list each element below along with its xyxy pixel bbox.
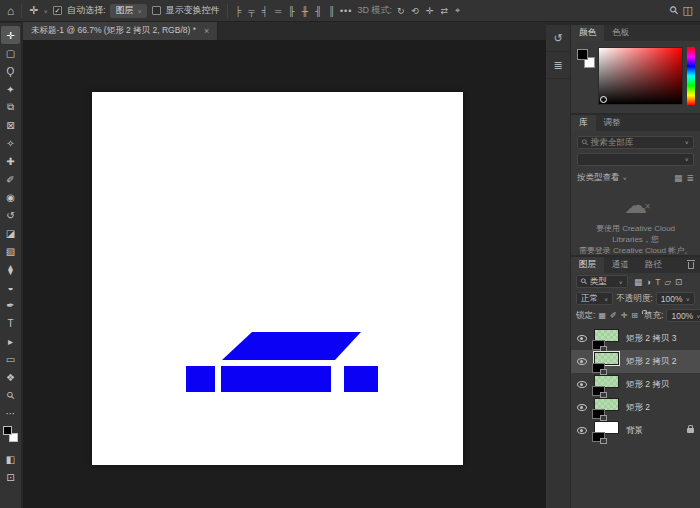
filter-adjustment-icon[interactable]: ◑: [646, 277, 651, 287]
search-icon[interactable]: ⚲: [666, 3, 681, 18]
distribute-vertical-icon[interactable]: ║: [329, 6, 335, 16]
layer-thumbnail[interactable]: [593, 375, 620, 395]
marquee-tool[interactable]: ▢: [1, 44, 20, 62]
dodge-tool[interactable]: ◒: [1, 278, 20, 296]
align-left-edges-icon[interactable]: ╞: [235, 6, 241, 16]
filter-kind-dropdown[interactable]: ⚲ 类型 ∨: [576, 275, 628, 288]
history-panel-icon[interactable]: ↺: [546, 25, 570, 52]
grid-view-icon[interactable]: ▦: [674, 173, 683, 183]
filter-type-icon[interactable]: T: [655, 277, 660, 287]
workspace-switcher-icon[interactable]: ◫: [683, 4, 693, 17]
tab-swatches[interactable]: 色板: [604, 25, 637, 41]
visibility-eye-icon[interactable]: [577, 358, 587, 365]
hue-slider[interactable]: [687, 47, 695, 105]
fill-dropdown[interactable]: 100% ∨: [666, 309, 700, 322]
filter-smart-object-icon[interactable]: ⊡: [675, 277, 682, 287]
edit-toolbar-icon[interactable]: ⋯: [1, 404, 20, 422]
tool-preset-caret-icon[interactable]: ∨: [43, 8, 47, 14]
lasso-tool[interactable]: Ϙ: [1, 62, 20, 80]
artboard[interactable]: [92, 92, 463, 465]
foreground-background-swatches[interactable]: [576, 47, 598, 73]
show-transform-checkbox[interactable]: [152, 6, 161, 15]
lock-paint-icon[interactable]: ✐: [610, 311, 617, 320]
blur-tool[interactable]: ⧫: [1, 260, 20, 278]
tab-color[interactable]: 颜色: [571, 25, 604, 41]
tab-libraries[interactable]: 库: [571, 115, 596, 131]
library-select-dropdown[interactable]: ∨: [577, 153, 694, 166]
tab-layers[interactable]: 图层: [571, 257, 604, 273]
foreground-background-swatches[interactable]: [2, 425, 20, 447]
lock-transparency-icon[interactable]: ▦: [598, 311, 606, 320]
layer-thumbnail[interactable]: [593, 421, 620, 441]
lock-position-icon[interactable]: ✛: [621, 311, 628, 320]
screen-mode-icon[interactable]: ⊡: [1, 468, 20, 486]
opacity-dropdown[interactable]: 100% ∨: [656, 292, 695, 305]
list-view-icon[interactable]: ≣: [686, 173, 694, 183]
visibility-eye-icon[interactable]: [577, 381, 587, 388]
visibility-eye-icon[interactable]: [577, 427, 587, 434]
visibility-eye-icon[interactable]: [577, 335, 587, 342]
crop-tool[interactable]: ⧉: [1, 98, 20, 116]
layer-thumbnail[interactable]: [593, 352, 620, 372]
canvas-pasteboard[interactable]: [23, 40, 546, 508]
vector-mask-thumbnail[interactable]: [592, 340, 605, 350]
shape-rect-right[interactable]: [344, 366, 378, 392]
eraser-tool[interactable]: ◪: [1, 224, 20, 242]
3d-orbit-icon[interactable]: ↻: [397, 5, 405, 16]
active-tool-icon[interactable]: ✛: [29, 4, 38, 17]
align-right-edges-icon[interactable]: ╡: [262, 6, 268, 16]
shape-rect-center[interactable]: [221, 366, 331, 392]
3d-roll-icon[interactable]: ⟲: [411, 5, 419, 16]
3d-slide-icon[interactable]: ⇄: [441, 5, 449, 16]
3d-drag-icon[interactable]: ✛: [426, 5, 434, 16]
visibility-eye-icon[interactable]: [577, 404, 587, 411]
document-tab[interactable]: 未标题-1 @ 66.7% (矩形 2 拷贝 2, RGB/8) * ×: [23, 22, 218, 40]
layer-row[interactable]: 矩形 2: [571, 396, 700, 419]
vector-mask-thumbnail[interactable]: [592, 363, 605, 373]
more-options-icon[interactable]: •••: [340, 6, 352, 16]
clone-stamp-tool[interactable]: ◉: [1, 188, 20, 206]
home-icon[interactable]: ⌂: [7, 4, 14, 18]
layer-row[interactable]: 背景: [571, 419, 700, 442]
distribute-right-icon[interactable]: ╢: [315, 6, 321, 16]
healing-brush-tool[interactable]: ✚: [1, 152, 20, 170]
tab-adjustments[interactable]: 调整: [596, 115, 629, 131]
view-by-type-label[interactable]: 按类型查看: [577, 172, 620, 184]
foreground-color-swatch[interactable]: [3, 426, 12, 435]
shape-rect-left[interactable]: [186, 366, 215, 392]
type-tool[interactable]: T: [1, 314, 20, 332]
align-top-edges-icon[interactable]: ═: [275, 6, 281, 16]
align-h-centers-icon[interactable]: ╤: [248, 6, 254, 16]
distribute-h-centers-icon[interactable]: ╫: [302, 6, 308, 16]
lock-artboard-icon[interactable]: ⊞: [631, 311, 638, 320]
filter-shape-icon[interactable]: ▱: [664, 277, 671, 287]
path-selection-tool[interactable]: ▸: [1, 332, 20, 350]
library-search-input[interactable]: ⚲ 搜索全部库 ∨: [577, 136, 694, 149]
close-icon[interactable]: ×: [204, 26, 209, 36]
zoom-tool[interactable]: ⚲: [1, 386, 20, 404]
history-brush-tool[interactable]: ↺: [1, 206, 20, 224]
vector-mask-thumbnail[interactable]: [592, 409, 605, 419]
saturation-brightness-field[interactable]: [598, 47, 683, 105]
pen-tool[interactable]: ✒: [1, 296, 20, 314]
quick-selection-tool[interactable]: ✦: [1, 80, 20, 98]
layer-row[interactable]: 矩形 2 拷贝 3: [571, 327, 700, 350]
blend-mode-dropdown[interactable]: 正常 ∨: [576, 292, 613, 305]
vector-mask-thumbnail[interactable]: [592, 432, 605, 442]
filter-pixel-icon[interactable]: ▦: [634, 277, 642, 287]
layer-row[interactable]: 矩形 2 拷贝 2: [571, 350, 700, 373]
distribute-left-icon[interactable]: ╟: [288, 6, 294, 16]
move-tool[interactable]: ✛: [1, 26, 20, 44]
vector-mask-thumbnail[interactable]: [592, 386, 605, 396]
delete-icon[interactable]: [688, 262, 694, 269]
layer-thumbnail[interactable]: [593, 329, 620, 349]
foreground-color-swatch[interactable]: [577, 49, 588, 60]
auto-select-checkbox[interactable]: ✓: [53, 6, 62, 15]
shape-tool[interactable]: ▭: [1, 350, 20, 368]
character-panel-icon[interactable]: ≣: [546, 52, 570, 79]
layer-row[interactable]: 矩形 2 拷贝: [571, 373, 700, 396]
auto-select-target-dropdown[interactable]: 图层 ∨: [110, 4, 146, 18]
hand-tool[interactable]: ❖: [1, 368, 20, 386]
gradient-tool[interactable]: ▧: [1, 242, 20, 260]
brush-tool[interactable]: ✐: [1, 170, 20, 188]
